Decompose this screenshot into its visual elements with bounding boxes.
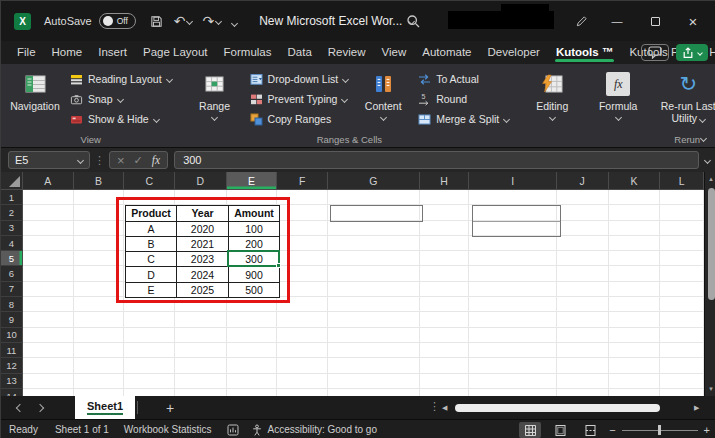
ribbon-button-range[interactable]: Range	[187, 68, 243, 130]
table-cell[interactable]: B	[126, 237, 177, 252]
grid-cell[interactable]	[124, 343, 175, 358]
grid-cell[interactable]	[609, 190, 661, 205]
menu-tab-data[interactable]: Data	[280, 43, 320, 63]
grid-cell[interactable]	[609, 251, 661, 266]
menu-tab-home[interactable]: Home	[44, 43, 91, 63]
grid-cell[interactable]	[609, 266, 661, 281]
grid-cell[interactable]	[609, 389, 661, 396]
grid-cell[interactable]	[469, 190, 557, 205]
grid-cell[interactable]	[227, 374, 278, 389]
grid-cell[interactable]	[74, 205, 125, 220]
grid-cell[interactable]	[557, 389, 609, 396]
ribbon-button-editing[interactable]: Editing	[524, 68, 580, 130]
accessibility-status[interactable]: Accessibility: Good to go	[267, 424, 377, 435]
grid-cell[interactable]	[660, 251, 704, 266]
comments-button[interactable]	[641, 44, 669, 61]
table-cell[interactable]: 2025	[177, 283, 229, 298]
grid-cell[interactable]	[328, 266, 419, 281]
grid-cell[interactable]	[124, 297, 175, 312]
grid-cell[interactable]	[328, 312, 419, 327]
grid-cell[interactable]	[609, 205, 661, 220]
grid-cell[interactable]	[277, 190, 328, 205]
grid-cell[interactable]	[277, 282, 328, 297]
zoom-slider-thumb[interactable]	[658, 425, 661, 435]
column-header-d[interactable]: D	[175, 172, 227, 190]
grid-cell[interactable]	[74, 389, 125, 396]
bordered-cell-box-g2[interactable]	[330, 205, 423, 221]
scroll-down-icon[interactable]: ▼	[705, 383, 715, 395]
grid-cell[interactable]	[74, 266, 125, 281]
menu-tab-page-layout[interactable]: Page Layout	[135, 43, 216, 63]
ribbon-button-re-run-last-utility[interactable]: ↻Re-run Last Utility	[656, 68, 715, 130]
column-header-i[interactable]: I	[469, 172, 557, 190]
grid-cell[interactable]	[660, 266, 704, 281]
row-header-11[interactable]: 11	[1, 343, 23, 358]
grid-cell[interactable]	[124, 374, 175, 389]
grid-cell[interactable]	[277, 312, 328, 327]
grid-cell[interactable]	[420, 266, 470, 281]
cancel-icon[interactable]: ×	[117, 154, 125, 167]
grid-cell[interactable]	[277, 221, 328, 236]
grid-cell[interactable]	[74, 358, 125, 373]
grid-cell[interactable]	[420, 374, 470, 389]
grid-cell[interactable]	[328, 190, 419, 205]
grid-cell[interactable]	[227, 312, 278, 327]
menu-tab-file[interactable]: File	[9, 43, 44, 63]
grid-cell[interactable]	[175, 389, 227, 396]
grid-cell[interactable]	[175, 312, 227, 327]
grid-cell[interactable]	[175, 190, 227, 205]
grid-cell[interactable]	[277, 297, 328, 312]
name-box[interactable]: E5	[8, 151, 90, 169]
column-header-e[interactable]: E	[227, 172, 278, 190]
grid-cell[interactable]	[660, 282, 704, 297]
grid-cell[interactable]	[23, 282, 74, 297]
grid-cell[interactable]	[175, 297, 227, 312]
grid-cell[interactable]	[557, 221, 609, 236]
grid-cell[interactable]	[557, 297, 609, 312]
grid-cell[interactable]	[420, 358, 470, 373]
table-header-cell[interactable]: Product	[126, 206, 177, 221]
grid-cell[interactable]	[227, 297, 278, 312]
ribbon-button-to-actual[interactable]: To Actual	[413, 69, 514, 89]
grid-cell[interactable]	[469, 343, 557, 358]
grid-cell[interactable]	[469, 251, 557, 266]
grid-cell[interactable]	[74, 282, 125, 297]
scroll-up-icon[interactable]: ▲	[705, 173, 715, 185]
bordered-cell-box-i2[interactable]	[472, 205, 561, 237]
minimize-button[interactable]: —	[603, 1, 631, 41]
column-header-h[interactable]: H	[420, 172, 470, 190]
grid-cell[interactable]	[609, 343, 661, 358]
grid-cell[interactable]	[557, 328, 609, 343]
zoom-in-button[interactable]: +	[704, 424, 710, 436]
grid-cell[interactable]	[420, 236, 470, 251]
grid-cell[interactable]	[420, 297, 470, 312]
table-cell[interactable]: 500	[229, 283, 280, 298]
ribbon-button-copy-ranges[interactable]: Copy Ranges	[245, 109, 354, 129]
grid-cell[interactable]	[175, 374, 227, 389]
grid-cell[interactable]	[660, 312, 704, 327]
ribbon-button-round[interactable]: 5Round	[413, 89, 514, 109]
grid-cell[interactable]	[469, 297, 557, 312]
ribbon-button-drop-down-list[interactable]: Drop-down List	[245, 69, 354, 89]
grid-cell[interactable]	[557, 190, 609, 205]
grid-cell[interactable]	[420, 251, 470, 266]
undo-button[interactable]: ↶	[174, 14, 193, 28]
grid-cell[interactable]	[328, 297, 419, 312]
column-header-l[interactable]: L	[660, 172, 704, 190]
horizontal-scroll-thumb[interactable]	[455, 404, 660, 412]
grid-cell[interactable]	[175, 358, 227, 373]
grid-cell[interactable]	[277, 266, 328, 281]
grid-cell[interactable]	[609, 282, 661, 297]
grid-cell[interactable]	[328, 221, 419, 236]
grid-cell[interactable]	[124, 190, 175, 205]
grid-cell[interactable]	[227, 358, 278, 373]
table-cell[interactable]: 2020	[177, 222, 229, 237]
page-layout-view-button[interactable]	[549, 422, 571, 438]
grid-cell[interactable]	[420, 389, 470, 396]
grid-cell[interactable]	[277, 389, 328, 396]
grid-cell[interactable]	[660, 221, 704, 236]
ribbon-button-merge-split[interactable]: Merge & Split	[413, 109, 514, 129]
redo-button[interactable]: ↷	[202, 14, 221, 28]
grid-cell[interactable]	[23, 297, 74, 312]
grid-cell[interactable]	[557, 236, 609, 251]
